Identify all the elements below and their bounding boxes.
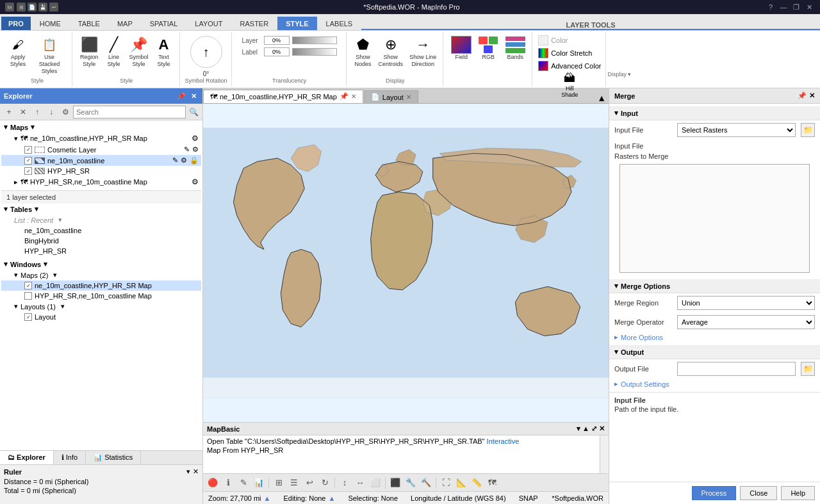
input-file-1-select[interactable]: Select Rasters	[677, 123, 796, 137]
cosmetic-edit-icon[interactable]: ✎	[184, 145, 190, 154]
table-hyp[interactable]: HYP_HR_SR	[1, 246, 201, 256]
window-map2-checkbox[interactable]	[24, 292, 32, 300]
map-collapse-icon[interactable]: ▲	[597, 93, 606, 103]
add-tool[interactable]: +	[3, 106, 15, 118]
bt-4[interactable]: 📊	[252, 476, 266, 490]
region-style-button[interactable]: ⬛ RegionStyle	[78, 35, 101, 69]
rgb-button[interactable]: RGB	[475, 35, 501, 62]
mapbasic-up-icon[interactable]: ▲	[582, 425, 589, 433]
bt-5[interactable]: ⊞	[272, 476, 286, 490]
tab-raster[interactable]: RASTER	[232, 17, 277, 30]
tab-labels[interactable]: LABELS	[318, 17, 361, 30]
map-tab-1-close[interactable]: ✕	[351, 93, 356, 100]
bt-13[interactable]: 🔧	[404, 476, 418, 490]
coastline-lock-icon[interactable]: 🔒	[190, 156, 199, 165]
tables-section-header[interactable]: ▾ Tables ▾	[1, 204, 201, 215]
remove-tool[interactable]: ✕	[17, 106, 29, 118]
apply-styles-button[interactable]: 🖌 ApplyStyles	[6, 35, 29, 69]
windows-layouts-header[interactable]: ▾ Layouts (1) ▾	[1, 301, 201, 312]
window-map1[interactable]: ✓ ne_10m_coastline,HYP_HR_SR Map	[1, 280, 201, 291]
symbol-style-button[interactable]: 📌 SymbolStyle	[127, 35, 151, 69]
table-coastline[interactable]: ne_10m_coastline	[1, 225, 201, 236]
hill-shade-btn[interactable]: 🏔 HillShade	[561, 72, 578, 98]
down-tool[interactable]: ↓	[45, 106, 58, 118]
coastline-settings-icon[interactable]: ⚙	[181, 156, 187, 165]
bt-16[interactable]: 📐	[454, 476, 468, 490]
search-input[interactable]	[73, 106, 186, 118]
bt-14[interactable]: 🔨	[419, 476, 433, 490]
color-item[interactable]: Color	[537, 35, 602, 46]
window-map2[interactable]: HYP_HR_SR,ne_10m_coastline Map	[1, 291, 201, 301]
bt-1[interactable]: 🔴	[206, 476, 220, 490]
explorer-pin-icon[interactable]: 📌	[176, 91, 186, 101]
bt-18[interactable]: 🗺	[485, 476, 499, 490]
merge-options-header[interactable]: ▾ Merge Options	[609, 279, 820, 293]
map1-settings-icon[interactable]: ⚙	[192, 134, 199, 143]
explorer-close-icon[interactable]: ✕	[188, 91, 199, 101]
bt-11[interactable]: ⬜	[368, 476, 382, 490]
bt-6[interactable]: ☰	[287, 476, 301, 490]
input-file-1-browse[interactable]: 📁	[801, 123, 815, 137]
up-tool[interactable]: ↑	[31, 106, 44, 118]
bt-10[interactable]: ↔	[353, 476, 367, 490]
help-button[interactable]: Help	[781, 486, 815, 500]
status-zoom-arrow[interactable]: ▲	[264, 494, 271, 502]
close-button[interactable]: Close	[740, 486, 777, 500]
table-binghybrid[interactable]: BingHybrid	[1, 236, 201, 246]
windows-section-header[interactable]: ▾ Windows ▾	[1, 259, 201, 270]
map-tab-layout-close[interactable]: ✕	[406, 93, 411, 101]
ruler-close-icon[interactable]: ✕	[193, 467, 199, 476]
tab-statistics[interactable]: 📊 Statistics	[86, 451, 141, 464]
line-style-button[interactable]: ╱ LineStyle	[102, 35, 126, 69]
title-bar-controls[interactable]: ? — ❐ ✕	[765, 3, 815, 12]
hyp-checkbox[interactable]: ✓	[24, 167, 32, 175]
bt-12[interactable]: ⬛	[388, 476, 402, 490]
advanced-color-item[interactable]: Advanced Color	[537, 60, 602, 72]
merge-operator-select[interactable]: Average Sum Min Max	[677, 315, 815, 329]
tab-info[interactable]: ℹ Info	[54, 451, 86, 464]
cosmetic-settings-icon[interactable]: ⚙	[192, 145, 199, 154]
show-line-direction-button[interactable]: → Show LineDirection	[407, 35, 439, 69]
bt-3[interactable]: ✎	[236, 476, 250, 490]
bt-8[interactable]: ↻	[318, 476, 332, 490]
process-button[interactable]: Process	[692, 486, 737, 500]
restore-button[interactable]: ❐	[791, 3, 802, 12]
map-tab-1[interactable]: 🗺 ne_10m_coastline,HYP_HR_SR Map 📌 ✕	[203, 90, 363, 103]
cosmetic-layer-item[interactable]: ✓ Cosmetic Layer ✎ ⚙	[1, 144, 201, 155]
merge-region-select[interactable]: Union Intersection Custom	[677, 296, 815, 310]
color-stretch-item[interactable]: Color Stretch	[537, 47, 602, 59]
minimize-button[interactable]: —	[778, 3, 789, 12]
bt-17[interactable]: 📏	[470, 476, 484, 490]
bt-2[interactable]: ℹ	[221, 476, 235, 490]
bands-button[interactable]: Bands	[502, 35, 528, 62]
show-centroids-button[interactable]: ⊕ ShowCentroids	[376, 35, 406, 69]
more-options-link[interactable]: ▸ More Options	[609, 332, 820, 343]
text-style-button[interactable]: A TextStyle	[152, 35, 176, 69]
tab-layout[interactable]: LAYOUT	[186, 17, 231, 30]
tab-spatial[interactable]: SPATIAL	[142, 17, 186, 30]
tab-style[interactable]: STYLE	[277, 17, 316, 30]
show-nodes-button[interactable]: ⬟ ShowNodes	[352, 35, 375, 69]
input-section-header[interactable]: ▾ Input	[609, 106, 820, 120]
mapbasic-link-1[interactable]: Interactive	[487, 437, 520, 445]
bt-15[interactable]: ⛶	[439, 476, 453, 490]
mapbasic-down-icon[interactable]: ▾	[577, 425, 580, 433]
rasters-to-merge-textarea[interactable]	[619, 164, 810, 273]
tab-table[interactable]: TABLE	[70, 17, 108, 30]
tab-pro[interactable]: PRO	[1, 17, 31, 30]
map-tab-layout[interactable]: 📄 Layout ✕	[364, 90, 418, 103]
field-button[interactable]: Field	[448, 35, 474, 62]
output-file-input[interactable]	[677, 362, 796, 376]
hyp-layer-item[interactable]: ✓ HYP_HR_SR	[1, 166, 201, 176]
tab-map[interactable]: MAP	[109, 17, 141, 30]
output-section-header[interactable]: ▾ Output	[609, 345, 820, 359]
bt-9[interactable]: ↕	[338, 476, 352, 490]
map2-item[interactable]: ▸ 🗺 HYP_HR_SR,ne_10m_coastline Map ⚙	[1, 176, 201, 188]
tab-explorer[interactable]: 🗂 Explorer	[0, 451, 54, 464]
symbol-rotation-dial[interactable]: ↑	[190, 36, 222, 68]
help-button[interactable]: ?	[765, 3, 776, 12]
properties-tool[interactable]: ⚙	[59, 106, 72, 118]
map2-settings-icon[interactable]: ⚙	[192, 177, 199, 186]
tab-home[interactable]: HOME	[31, 17, 69, 30]
map1-item[interactable]: ▾ 🗺 ne_10m_coastline,HYP_HR_SR Map ⚙	[1, 133, 201, 144]
